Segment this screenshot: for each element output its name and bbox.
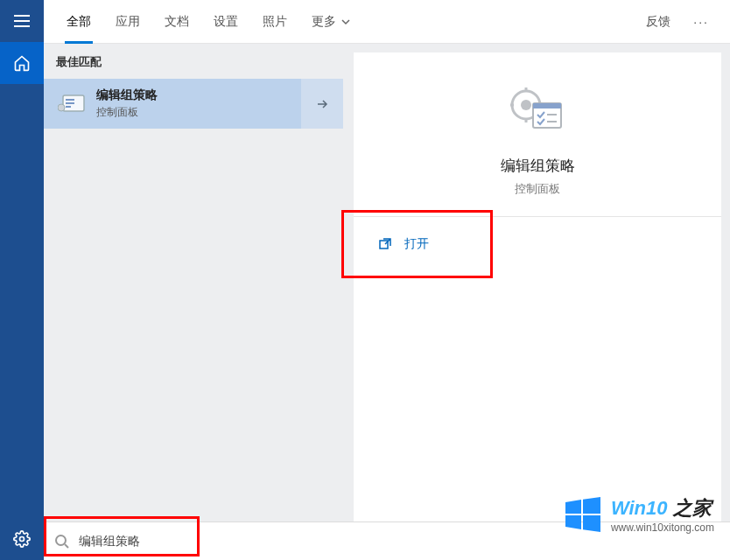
section-best-match: 最佳匹配 <box>44 44 343 79</box>
arrow-right-icon <box>314 96 330 112</box>
svg-rect-2 <box>66 99 74 101</box>
tab-more[interactable]: 更多 <box>299 0 362 44</box>
svg-line-14 <box>65 544 68 548</box>
tab-more-label: 更多 <box>312 14 336 30</box>
open-icon <box>378 237 392 251</box>
results-pane: 最佳匹配 编辑组策略 控制面板 <box>44 44 343 560</box>
svg-rect-4 <box>66 106 71 108</box>
svg-point-7 <box>521 100 531 110</box>
search-input[interactable] <box>79 535 719 549</box>
preview-pane: 编辑组策略 控制面板 打开 <box>343 44 730 560</box>
svg-point-5 <box>58 104 65 111</box>
svg-point-0 <box>20 537 25 542</box>
result-title: 编辑组策略 <box>96 88 158 103</box>
menu-button[interactable] <box>0 0 44 42</box>
tab-apps[interactable]: 应用 <box>103 0 152 44</box>
result-details-button[interactable] <box>301 79 343 129</box>
chevron-down-icon <box>341 18 350 26</box>
more-options-button[interactable]: ··· <box>683 15 719 29</box>
home-icon <box>13 54 31 72</box>
action-open[interactable]: 打开 <box>354 228 721 261</box>
search-bar[interactable] <box>44 522 730 560</box>
tab-all[interactable]: 全部 <box>54 0 103 44</box>
svg-rect-9 <box>533 103 561 108</box>
search-icon <box>54 534 70 550</box>
left-rail <box>0 0 44 560</box>
control-panel-icon <box>56 88 88 120</box>
svg-point-13 <box>56 536 66 545</box>
preview-title: 编辑组策略 <box>501 156 575 176</box>
settings-button[interactable] <box>0 518 44 560</box>
tab-docs[interactable]: 文档 <box>152 0 201 44</box>
result-item-gpedit[interactable]: 编辑组策略 控制面板 <box>44 79 301 129</box>
home-button[interactable] <box>0 42 44 84</box>
gear-icon <box>13 530 31 548</box>
tab-photos[interactable]: 照片 <box>250 0 299 44</box>
preview-app-icon <box>508 84 567 140</box>
tab-settings[interactable]: 设置 <box>201 0 250 44</box>
preview-subtitle: 控制面板 <box>515 181 560 197</box>
tab-bar: 全部 应用 文档 设置 照片 更多 反馈 ··· <box>44 0 730 44</box>
action-open-label: 打开 <box>404 236 429 252</box>
hamburger-icon <box>14 15 30 27</box>
result-subtitle: 控制面板 <box>96 105 158 120</box>
feedback-button[interactable]: 反馈 <box>634 0 683 44</box>
svg-rect-3 <box>66 102 74 104</box>
